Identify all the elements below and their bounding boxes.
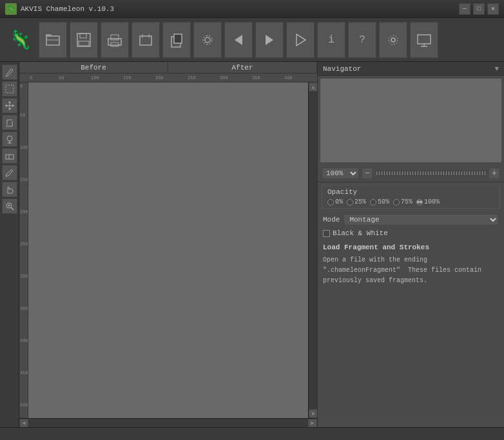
main-area: Before After 0 50 100 150 200 250 300 35… bbox=[0, 62, 504, 427]
before-tab[interactable]: Before bbox=[19, 62, 168, 73]
info-button[interactable]: i bbox=[317, 22, 345, 58]
svg-marker-16 bbox=[266, 35, 273, 45]
minimize-button[interactable]: — bbox=[459, 3, 470, 15]
navigator-collapse-button[interactable]: ▼ bbox=[494, 65, 499, 73]
opacity-25[interactable]: 25% bbox=[347, 198, 366, 206]
fragment-tool[interactable] bbox=[2, 115, 17, 130]
opacity-0[interactable]: 0% bbox=[327, 198, 343, 206]
help-button[interactable]: ? bbox=[348, 22, 376, 58]
maximize-button[interactable]: □ bbox=[473, 3, 485, 15]
app-icon: 🦎 bbox=[5, 3, 17, 15]
canvas-workspace[interactable] bbox=[28, 82, 308, 418]
bw-checkbox[interactable] bbox=[323, 230, 330, 237]
print-size-button[interactable] bbox=[131, 22, 160, 58]
opacity-75-radio[interactable] bbox=[393, 199, 400, 206]
bw-section: Black & White bbox=[318, 228, 504, 238]
svg-point-19 bbox=[389, 35, 398, 44]
copy-button[interactable] bbox=[162, 22, 191, 58]
gear-button[interactable] bbox=[379, 22, 407, 58]
svg-point-14 bbox=[203, 35, 212, 44]
mode-section: Mode Montage Clone Blend bbox=[318, 211, 504, 228]
scroll-down-button[interactable]: ▼ bbox=[309, 409, 317, 418]
opacity-75[interactable]: 75% bbox=[393, 198, 412, 206]
canvas-scrollbar-bottom: ◀ ▶ bbox=[19, 418, 317, 427]
opacity-50[interactable]: 50% bbox=[370, 198, 389, 206]
canvas-container: Before After 0 50 100 150 200 250 300 35… bbox=[19, 62, 317, 427]
svg-rect-20 bbox=[418, 35, 431, 44]
forward-button[interactable] bbox=[255, 22, 284, 58]
navigator-zoom: 25% 50% 75% 100% 150% 200% − + bbox=[318, 165, 504, 182]
svg-marker-28 bbox=[5, 104, 7, 107]
title-bar-controls[interactable]: — □ ✕ bbox=[459, 3, 499, 15]
navigator-section: Navigator ▼ 25% 50% 75% 100% 150% 200% −… bbox=[318, 62, 504, 182]
mode-label: Mode bbox=[323, 216, 340, 224]
settings-button[interactable] bbox=[193, 22, 222, 58]
zoom-minus-button[interactable]: − bbox=[362, 167, 373, 179]
brush-tool[interactable] bbox=[2, 64, 17, 80]
svg-rect-33 bbox=[6, 155, 14, 159]
select-tool[interactable] bbox=[2, 81, 17, 97]
scroll-left-button[interactable]: ◀ bbox=[19, 419, 28, 428]
play-button[interactable] bbox=[286, 22, 315, 58]
svg-point-30 bbox=[7, 136, 12, 141]
mode-select[interactable]: Montage Clone Blend bbox=[344, 214, 499, 225]
move-tool[interactable] bbox=[2, 98, 17, 113]
svg-rect-23 bbox=[6, 85, 14, 93]
opacity-0-radio[interactable] bbox=[327, 199, 334, 206]
canvas-header: Before After bbox=[19, 62, 317, 73]
navigator-title: Navigator bbox=[323, 65, 361, 73]
svg-point-13 bbox=[205, 37, 210, 43]
hand-tool[interactable] bbox=[2, 182, 17, 197]
svg-rect-2 bbox=[77, 33, 90, 46]
svg-rect-6 bbox=[111, 35, 119, 40]
svg-marker-26 bbox=[8, 101, 11, 103]
back-button[interactable] bbox=[224, 22, 253, 58]
monitor-button[interactable] bbox=[410, 22, 438, 58]
svg-rect-8 bbox=[140, 36, 151, 45]
ruler-left: 0 50 100 150 200 250 300 350 400 450 500 bbox=[19, 82, 28, 418]
zoom-slider-track[interactable] bbox=[376, 171, 486, 176]
scroll-up-button[interactable]: ▲ bbox=[309, 82, 317, 91]
svg-marker-29 bbox=[12, 104, 14, 107]
canvas-scrollbar-right[interactable]: ▲ ▼ bbox=[308, 82, 317, 418]
paint-tool[interactable] bbox=[2, 165, 17, 180]
ruler-top: 0 50 100 150 200 250 300 350 400 bbox=[19, 73, 317, 82]
svg-marker-17 bbox=[296, 34, 305, 46]
opacity-100-radio[interactable] bbox=[416, 199, 423, 206]
print-button[interactable] bbox=[101, 22, 129, 58]
title-bar-left: 🦎 AKVIS Chameleon v.10.3 bbox=[5, 3, 114, 15]
navigator-header: Navigator ▼ bbox=[318, 62, 504, 76]
stamp-tool[interactable] bbox=[2, 131, 17, 147]
eraser-tool[interactable] bbox=[2, 148, 17, 164]
load-fragment-text: Open a file with the ending ".chameleonF… bbox=[323, 255, 499, 286]
canvas-body: 0 50 100 150 200 250 300 350 400 450 500… bbox=[19, 82, 317, 418]
close-button[interactable]: ✕ bbox=[487, 3, 499, 15]
opacity-50-radio[interactable] bbox=[370, 199, 376, 206]
zoom-tool[interactable] bbox=[2, 198, 17, 214]
scroll-right-button[interactable]: ▶ bbox=[308, 419, 317, 428]
title-text: AKVIS Chameleon v.10.3 bbox=[21, 5, 114, 13]
svg-marker-27 bbox=[8, 108, 11, 110]
svg-rect-7 bbox=[111, 43, 119, 46]
open-file-button[interactable] bbox=[39, 22, 67, 58]
svg-point-18 bbox=[391, 38, 395, 42]
zoom-select[interactable]: 25% 50% 75% 100% 150% 200% bbox=[322, 167, 359, 179]
navigator-preview bbox=[320, 79, 501, 162]
toolbar: 🦎 i ? bbox=[0, 18, 504, 62]
app-logo: 🦎 bbox=[4, 22, 36, 58]
load-fragment-title: Load Fragment and Strokes bbox=[323, 244, 499, 251]
svg-rect-0 bbox=[46, 36, 59, 45]
zoom-plus-button[interactable]: + bbox=[489, 167, 500, 179]
after-tab[interactable]: After bbox=[168, 62, 317, 73]
save-file-button[interactable] bbox=[70, 22, 98, 58]
opacity-radios: 0% 25% 50% 75% 100% bbox=[327, 198, 494, 206]
svg-marker-15 bbox=[235, 35, 242, 45]
left-panel bbox=[0, 62, 19, 427]
opacity-100[interactable]: 100% bbox=[416, 198, 440, 206]
opacity-25-radio[interactable] bbox=[347, 199, 353, 206]
svg-rect-12 bbox=[174, 34, 182, 43]
title-bar: 🦎 AKVIS Chameleon v.10.3 — □ ✕ bbox=[0, 0, 504, 18]
bw-label: Black & White bbox=[333, 229, 388, 237]
right-panel: Navigator ▼ 25% 50% 75% 100% 150% 200% −… bbox=[317, 62, 504, 427]
opacity-title: Opacity bbox=[327, 188, 494, 196]
